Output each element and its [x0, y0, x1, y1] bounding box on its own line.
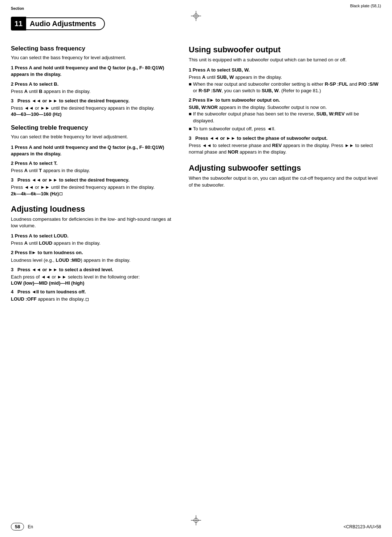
subwoofer-output-intro: This unit is equipped with a subwoofer o…	[189, 57, 381, 63]
loudness-step1-heading: 1 Press A to select LOUD.	[11, 233, 178, 239]
sub-step1-body: Press A until SUB, W appears in the disp…	[189, 74, 381, 81]
bullet-symbol-3: ■	[189, 126, 192, 132]
loudness-step3-body: Each press of ◄◄ or ►► selects level in …	[11, 274, 178, 280]
bullet-symbol: ■	[189, 81, 192, 94]
page-footer: 58 En <CRB2123-A/U>58	[11, 523, 381, 530]
bass-step1-heading: 1 Press A and hold until frequency and t…	[11, 65, 178, 78]
page-content: Selecting bass frequency You can select …	[0, 30, 392, 317]
loudness-section: Adjusting loudness Loudness compensates …	[11, 204, 178, 303]
subwoofer-settings-heading: Adjusting subwoofer settings	[189, 163, 381, 173]
sub-step2-bullet1-text: If the subwoofer output phase has been s…	[193, 111, 381, 124]
treble-step2-body: Press A until T appears in the display.	[11, 167, 178, 174]
left-column: Selecting bass frequency You can select …	[11, 38, 178, 306]
sub-step2: 2 Press II► to turn subwoofer output on.…	[189, 97, 381, 132]
section-title: Audio Adjustments	[26, 17, 105, 30]
sub-step3-body: Press ◄◄ to select reverse phase and REV…	[189, 142, 381, 155]
treble-step3-body: Press ◄◄ or ►► until the desired frequen…	[11, 184, 178, 191]
loudness-step2-body: Loudness level (e.g., LOUD :MID) appears…	[11, 257, 178, 264]
treble-frequency-intro: You can select the treble frequency for …	[11, 134, 178, 140]
loudness-step1: 1 Press A to select LOUD. Press A until …	[11, 233, 178, 247]
loudness-step4: 4 Press ◄II to turn loudness off. LOUD :…	[11, 289, 178, 302]
bass-frequency-intro: You can select the bass frequency for le…	[11, 54, 178, 61]
crosshair-top	[191, 11, 201, 21]
loudness-step3-heading: 3 Press ◄◄ or ►► to select a desired lev…	[11, 267, 178, 273]
sub-step2-body: SUB, W:NOR appears in the display. Subwo…	[189, 104, 381, 111]
model-number: <CRB2123-A/U>58	[344, 524, 381, 529]
sub-step2-heading: 2 Press II► to turn subwoofer output on.	[189, 97, 381, 103]
sub-step3: 3 Press ◄◄ or ►► to select the phase of …	[189, 135, 381, 156]
bass-step3: 3 Press ◄◄ or ►► to select the desired f…	[11, 98, 178, 117]
treble-freq-values: 2k—4k—6k—10k (Hz)	[11, 191, 178, 196]
treble-step2: 2 Press A to select T. Press A until T a…	[11, 160, 178, 174]
treble-step3: 3 Press ◄◄ or ►► to select the desired f…	[11, 177, 178, 196]
treble-step2-heading: 2 Press A to select T.	[11, 160, 178, 167]
loudness-step4-body: LOUD :OFF appears in the display.	[11, 296, 178, 302]
loudness-step3: 3 Press ◄◄ or ►► to select a desired lev…	[11, 267, 178, 286]
section-label: Section	[11, 7, 24, 11]
bass-frequency-section: Selecting bass frequency You can select …	[11, 45, 178, 117]
treble-frequency-section: Selecting treble frequency You can selec…	[11, 124, 178, 196]
treble-step1: 1 Press A and hold until frequency and t…	[11, 144, 178, 157]
loudness-intro: Loudness compensates for deficiencies in…	[11, 216, 178, 229]
page-header: Section Black plate (58,1)	[0, 0, 392, 7]
bass-step1: 1 Press A and hold until frequency and t…	[11, 65, 178, 78]
page-number: 58	[11, 523, 24, 530]
sub-step1-heading: 1 Press A to select SUB, W.	[189, 67, 381, 73]
subwoofer-output-heading: Using subwoofer output	[189, 45, 381, 54]
sub-step2-bullet2-text: To turn subwoofer output off, press ◄II.	[193, 126, 275, 132]
loudness-step1-body: Press A until LOUD appears in the displa…	[11, 240, 178, 247]
sub-step3-heading: 3 Press ◄◄ or ►► to select the phase of …	[189, 135, 381, 142]
treble-step3-heading: 3 Press ◄◄ or ►► to select the desired f…	[11, 177, 178, 183]
subwoofer-output-section: Using subwoofer output This unit is equi…	[189, 45, 381, 155]
bass-step2: 2 Press A to select B. Press A until B a…	[11, 81, 178, 95]
right-column: Using subwoofer output This unit is equi…	[189, 38, 381, 306]
sub-step1-bullet: ■ When the rear output and subwoofer con…	[189, 81, 381, 94]
loudness-heading: Adjusting loudness	[11, 204, 178, 214]
bass-step2-heading: 2 Press A to select B.	[11, 81, 178, 88]
subwoofer-settings-section: Adjusting subwoofer settings When the su…	[189, 163, 381, 188]
language-label: En	[28, 524, 33, 529]
sub-step1-bullet-text: When the rear output and subwoofer contr…	[193, 81, 381, 94]
bass-step3-body: Press ◄◄ or ►► until the desired frequen…	[11, 105, 178, 111]
bass-step3-heading: 3 Press ◄◄ or ►► to select the desired f…	[11, 98, 178, 104]
black-plate-label: Black plate (58,1)	[350, 4, 381, 8]
crosshair-bottom	[191, 515, 201, 525]
treble-frequency-heading: Selecting treble frequency	[11, 124, 178, 131]
loudness-level-values: LOW (low)—MID (mid)—HI (high)	[11, 280, 178, 286]
sub-step2-bullet1: ■ If the subwoofer output phase has been…	[189, 111, 381, 124]
bass-freq-values: 40—63—100—160 (Hz)	[11, 111, 178, 117]
bullet-symbol-2: ■	[189, 111, 192, 124]
bass-step2-body: Press A until B appears in the display.	[11, 88, 178, 95]
sub-step1: 1 Press A to select SUB, W. Press A unti…	[189, 67, 381, 94]
treble-step1-heading: 1 Press A and hold until frequency and t…	[11, 144, 178, 157]
loudness-step2-heading: 2 Press II► to turn loudness on.	[11, 249, 178, 256]
sub-step2-bullet2: ■ To turn subwoofer output off, press ◄I…	[189, 126, 381, 132]
loudness-step4-heading: 4 Press ◄II to turn loudness off.	[11, 289, 178, 295]
loudness-step2: 2 Press II► to turn loudness on. Loudnes…	[11, 249, 178, 263]
section-number: 11	[11, 17, 26, 30]
footer-left: 58 En	[11, 523, 33, 530]
bass-frequency-heading: Selecting bass frequency	[11, 45, 178, 52]
subwoofer-settings-intro: When the subwoofer output is on, you can…	[189, 175, 381, 188]
